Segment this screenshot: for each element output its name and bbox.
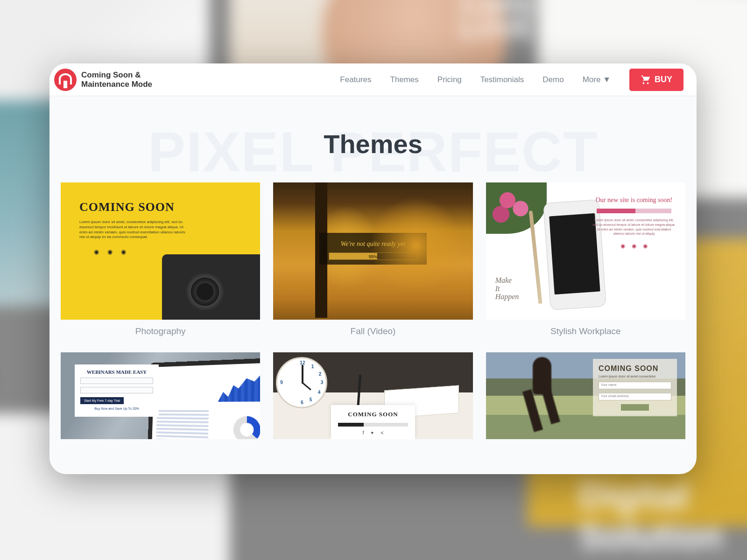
thumb-heading: We're not quite ready yet: [324, 240, 422, 248]
thumb-lorem: Lorem ipsum dolor sit amet, consectetur …: [592, 218, 676, 236]
thumb-subtext: Lorem ipsum dolor sit amet consectetur: [599, 375, 671, 378]
twitter-icon: ◉: [107, 248, 113, 255]
thumb-heading: COMING SOON: [336, 411, 410, 418]
theme-thumb-workplace[interactable]: Make It Happen Our new site is coming so…: [486, 182, 685, 320]
progress-bar: [597, 209, 671, 213]
theme-thumb-photography[interactable]: COMING SOON Lorem ipsum dolor sit amet, …: [61, 182, 260, 320]
theme-caption: Photography: [61, 320, 260, 343]
nav-links: Features Themes Pricing Testimonials Dem…: [340, 75, 611, 84]
cta-subtext: Buy Now and Save Up To 20%: [80, 407, 153, 410]
thumb-heading: WEBINARS MADE EASY: [80, 369, 153, 375]
theme-card-webinars: WEBINARS MADE EASY Start My Free 7-day T…: [61, 352, 260, 439]
app-window: Coming Soon & Maintenance Mode Features …: [49, 63, 697, 474]
theme-caption: Stylish Workplace: [486, 320, 685, 343]
thumb-social-icons: f ✦ <: [336, 430, 410, 435]
twitter-icon: ◉: [632, 243, 636, 249]
facebook-icon: f: [363, 430, 364, 435]
theme-card-workplace2: 12 1 2 3 4 5 6 9 COMING SOON f ✦: [273, 352, 472, 439]
input-placeholder: [80, 378, 153, 384]
thumb-heading: COMING SOON: [599, 364, 671, 373]
facebook-icon: ◉: [620, 243, 625, 249]
nav-features[interactable]: Features: [340, 75, 371, 84]
nav-pricing[interactable]: Pricing: [437, 75, 462, 84]
progress-bar: [338, 423, 408, 427]
theme-thumb-running[interactable]: COMING SOON Lorem ipsum dolor sit amet c…: [486, 352, 685, 439]
theme-card-workplace: Make It Happen Our new site is coming so…: [486, 182, 685, 343]
share-icon: <: [381, 430, 383, 435]
theme-card-fall: We're not quite ready yet 55% Fall (Vide…: [273, 182, 472, 343]
thumb-social-icons: ◉ ◉ ◉: [592, 243, 676, 249]
flowers-icon: [486, 182, 547, 234]
thumb-heading: COMING SOON: [79, 200, 191, 214]
cta-button: Start My Free 7-day Trial: [80, 397, 124, 404]
progress-bar: 55%: [329, 252, 417, 260]
subscribe-button: [621, 404, 649, 411]
buy-button[interactable]: BUY: [629, 69, 684, 91]
nav-themes[interactable]: Themes: [390, 75, 418, 84]
nav-testimonials[interactable]: Testimonials: [480, 75, 524, 84]
nav-more[interactable]: More ▼: [583, 75, 611, 84]
twitter-icon: ✦: [370, 430, 374, 435]
generic-icon: ◉: [643, 243, 648, 249]
pen-icon: [529, 210, 542, 304]
thumb-social-icons: ◉ ◉ ◉: [79, 248, 140, 255]
wrench-logo-icon: [54, 69, 77, 91]
input-placeholder: Your email address: [599, 393, 671, 400]
bar-chart-icon: [218, 368, 260, 402]
camera-icon: [162, 254, 260, 320]
themes-grid: COMING SOON Lorem ipsum dolor sit amet, …: [49, 182, 697, 439]
desk-quote: Make It Happen: [495, 276, 519, 301]
nav-demo[interactable]: Demo: [543, 75, 564, 84]
brand[interactable]: Coming Soon & Maintenance Mode: [54, 69, 152, 91]
brand-text: Coming Soon & Maintenance Mode: [81, 70, 152, 89]
facebook-icon: ◉: [94, 248, 99, 255]
clock-icon: 12 1 2 3 4 5 6 9: [276, 357, 327, 408]
input-placeholder: Your name: [599, 382, 671, 389]
buy-label: BUY: [655, 75, 672, 84]
cart-icon: [641, 75, 651, 85]
runner-icon: [519, 357, 565, 436]
page-title: Themes: [49, 129, 697, 159]
theme-card-running: COMING SOON Lorem ipsum dolor sit amet c…: [486, 352, 685, 439]
donut-chart-icon: [233, 416, 260, 439]
theme-thumb-workplace2[interactable]: 12 1 2 3 4 5 6 9 COMING SOON f ✦: [273, 352, 472, 439]
overlay-card: COMING SOON f ✦ <: [331, 405, 415, 439]
theme-thumb-webinars[interactable]: WEBINARS MADE EASY Start My Free 7-day T…: [61, 352, 260, 439]
input-placeholder: [80, 387, 153, 393]
theme-card-photography: COMING SOON Lorem ipsum dolor sit amet, …: [61, 182, 260, 343]
theme-thumb-fall[interactable]: We're not quite ready yet 55%: [273, 182, 472, 320]
grid-chart-icon: [156, 409, 209, 439]
theme-caption: Fall (Video): [273, 320, 472, 343]
hero-section: PIXEL PERFECT Themes: [49, 96, 697, 182]
signup-panel: COMING SOON Lorem ipsum dolor sit amet c…: [593, 359, 677, 416]
thumb-heading: Our new site is coming soon!: [592, 196, 676, 204]
navbar: Coming Soon & Maintenance Mode Features …: [49, 63, 697, 96]
thumb-overlay-box: We're not quite ready yet 55%: [319, 233, 427, 265]
generic-icon: ◉: [121, 248, 126, 255]
laptop-icon: [148, 357, 260, 439]
thumb-lorem: Lorem ipsum dolor sit amet, consectetur …: [79, 220, 191, 240]
signup-panel: WEBINARS MADE EASY Start My Free 7-day T…: [75, 364, 159, 417]
